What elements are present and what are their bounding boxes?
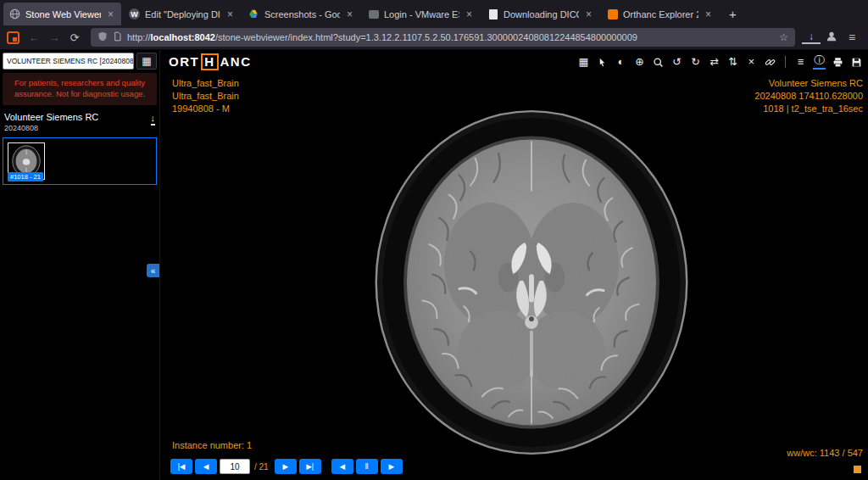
- new-tab-button[interactable]: +: [721, 3, 745, 25]
- series-sidebar: VOLUNTEER SIEMENS RC [20240808] ▾ ▦ For …: [0, 50, 159, 480]
- tab-label: Edit "Deploying DICOM b: [145, 9, 220, 20]
- orthanc-logo: ORT H ANC: [169, 53, 252, 70]
- tab-close-icon[interactable]: ×: [465, 8, 474, 20]
- tab-label: Stone Web Viewer: [25, 9, 101, 20]
- layout-grid-icon[interactable]: ▦: [577, 55, 590, 69]
- tab-stone-web-viewer[interactable]: Stone Web Viewer ×: [3, 3, 121, 25]
- series-badge: #1018 - 21: [8, 172, 43, 181]
- tab-label: Downloading DICOM file: [504, 9, 579, 20]
- document-favicon-icon: [487, 8, 498, 20]
- url-bar[interactable]: http://localhost:8042/stone-webviewer/in…: [91, 28, 795, 47]
- print-icon[interactable]: [832, 56, 844, 68]
- diagnostic-warning: For patients, researchers and quality as…: [3, 73, 157, 105]
- flip-vertical-icon[interactable]: ⇅: [726, 55, 739, 69]
- patient-birthdate-sex: 19940808 - M: [172, 103, 239, 115]
- redo-icon[interactable]: ↻: [689, 55, 702, 69]
- forward-button[interactable]: →: [45, 31, 64, 44]
- page-info-icon[interactable]: [113, 31, 122, 43]
- toolbar-separator: [785, 56, 786, 68]
- extension-icon[interactable]: [7, 31, 19, 44]
- bookmark-star-icon[interactable]: ☆: [779, 31, 788, 43]
- last-frame-button[interactable]: ▶|: [299, 459, 321, 474]
- series-description: Ultra_fast_Brain: [172, 77, 239, 90]
- logo-text: ORT: [169, 54, 199, 69]
- tab-downloading-dicom[interactable]: Downloading DICOM file ×: [481, 3, 599, 25]
- orthanc-favicon-icon: [607, 8, 618, 20]
- link-series-icon[interactable]: [764, 56, 776, 68]
- mri-axial-brain-image[interactable]: [365, 101, 698, 464]
- logo-text: ANC: [220, 54, 252, 69]
- viewport: ORT H ANC ▦ ◐ ⊕ ↺ ↻ ⇄: [159, 50, 868, 480]
- overlay-top-right: Volunteer Siemens RC 20240808 174110.628…: [754, 77, 863, 115]
- globe-favicon-icon: [9, 8, 20, 20]
- tab-close-icon[interactable]: ×: [106, 8, 115, 20]
- overlay-top-left: Ultra_fast_Brain Ultra_fast_Brain 199408…: [172, 77, 239, 115]
- tool-buttons: ▦ ◐ ⊕ ↺ ↻ ⇄ ⇅ ×: [577, 53, 863, 70]
- tab-vmware-esxi[interactable]: Login - VMware ESXi ×: [362, 3, 480, 25]
- windowing-icon[interactable]: ◐: [615, 55, 627, 69]
- first-frame-button[interactable]: |◀: [170, 459, 192, 474]
- lines-icon[interactable]: ≡: [794, 55, 807, 69]
- warning-line: For patients, researchers and quality: [9, 78, 150, 89]
- cine-pause-button[interactable]: Ⅱ: [356, 459, 378, 474]
- tab-label: Login - VMware ESXi: [384, 9, 459, 20]
- download-study-icon[interactable]: ↓: [151, 114, 156, 126]
- warning-line: assurance. Not for diagnostic usage.: [9, 89, 150, 100]
- vmware-favicon-icon: [368, 8, 379, 20]
- save-icon[interactable]: [850, 56, 863, 68]
- url-protocol: http://: [127, 32, 151, 42]
- tab-orthanc-explorer[interactable]: Orthanc Explorer 2 ×: [601, 3, 719, 25]
- url-text[interactable]: http://localhost:8042/stone-webviewer/in…: [127, 32, 774, 42]
- cine-controls: |◀ ◀ / 21 ▶ ▶| ◀ Ⅱ ▶: [170, 459, 403, 474]
- stone-web-viewer: VOLUNTEER SIEMENS RC [20240808] ▾ ▦ For …: [0, 50, 868, 480]
- viewer-toolbar: ORT H ANC ▦ ◐ ⊕ ↺ ↻ ⇄: [169, 53, 863, 70]
- series-number-description: 1018 | t2_tse_tra_16sec: [754, 103, 863, 115]
- study-selector-row: VOLUNTEER SIEMENS RC [20240808] ▾ ▦: [3, 53, 157, 70]
- magnify-icon[interactable]: [652, 56, 665, 68]
- series-item-selected[interactable]: #1018 - 21: [3, 137, 157, 185]
- invert-icon[interactable]: ×: [745, 55, 758, 69]
- google-drive-favicon-icon: [248, 8, 259, 20]
- study-date: 20240808: [4, 124, 151, 132]
- crosshair-sync-icon[interactable]: ⊕: [633, 55, 646, 69]
- cine-reverse-button[interactable]: ◀: [331, 459, 353, 474]
- logo-h-box: H: [201, 53, 218, 70]
- frame-total-label: / 21: [254, 462, 269, 472]
- hamburger-menu-icon[interactable]: ≡: [843, 31, 861, 44]
- tab-close-icon[interactable]: ×: [584, 8, 593, 20]
- flip-horizontal-icon[interactable]: ⇄: [708, 55, 721, 69]
- patient-name: Volunteer Siemens RC: [4, 112, 151, 122]
- shield-icon[interactable]: [97, 31, 108, 43]
- series-grid-toggle-button[interactable]: ▦: [136, 53, 157, 70]
- tab-close-icon[interactable]: ×: [225, 8, 235, 20]
- reload-button[interactable]: ⟳: [65, 31, 84, 44]
- tab-bar: Stone Web Viewer × W Edit "Deploying DIC…: [0, 0, 868, 25]
- sidebar-collapse-button[interactable]: «: [147, 264, 159, 277]
- wordpress-favicon-icon: W: [129, 8, 140, 20]
- tab-wordpress-edit[interactable]: W Edit "Deploying DICOM b ×: [123, 3, 241, 25]
- window-level-label: ww/wc: 1143 / 547: [787, 447, 863, 460]
- patient-name-overlay: Volunteer Siemens RC: [754, 77, 863, 90]
- back-button[interactable]: ←: [25, 31, 43, 44]
- cine-play-button[interactable]: ▶: [381, 459, 403, 474]
- tab-close-icon[interactable]: ×: [704, 8, 713, 20]
- series-description: Ultra_fast_Brain: [172, 90, 239, 103]
- previous-frame-button[interactable]: ◀: [195, 459, 217, 474]
- pointer-icon[interactable]: [596, 56, 609, 68]
- info-icon[interactable]: ⓘ: [813, 53, 826, 70]
- instance-number-label: Instance number: 1: [172, 439, 252, 452]
- tab-label: Orthanc Explorer 2: [623, 9, 698, 20]
- study-datetime-overlay: 20240808 174110.628000: [754, 90, 863, 103]
- tab-google-drive[interactable]: Screenshots - Google Driv ×: [242, 3, 360, 25]
- undo-icon[interactable]: ↺: [670, 55, 683, 69]
- quality-indicator: [854, 466, 861, 473]
- study-select[interactable]: VOLUNTEER SIEMENS RC [20240808] ▾: [3, 53, 134, 70]
- next-frame-button[interactable]: ▶: [275, 459, 297, 474]
- account-icon[interactable]: [822, 31, 841, 45]
- frame-number-input[interactable]: [220, 459, 250, 474]
- url-path: /stone-webviewer/index.html?study=1.3.12…: [215, 32, 637, 42]
- downloads-icon[interactable]: ↓: [802, 31, 821, 44]
- tab-close-icon[interactable]: ×: [345, 8, 354, 20]
- url-host: localhost:8042: [151, 32, 215, 42]
- browser-window: Stone Web Viewer × W Edit "Deploying DIC…: [0, 0, 868, 480]
